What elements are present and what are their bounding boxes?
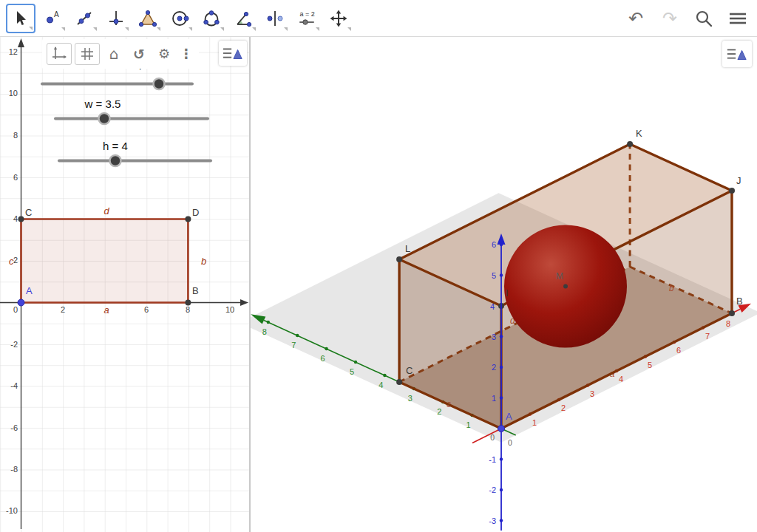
tool-dropdown-icon (252, 27, 256, 31)
home-icon: ⌂ (109, 47, 119, 61)
tool-line[interactable] (69, 4, 99, 33)
tool-move-view[interactable] (324, 4, 353, 33)
tool-dropdown-icon (29, 27, 33, 30)
settings-button[interactable]: ⚙ (153, 43, 175, 65)
tool-conic[interactable] (197, 4, 226, 33)
reset-view-icon: ↺ (133, 47, 145, 61)
slider-p-handle[interactable] (154, 78, 165, 89)
tool-dropdown-icon (347, 27, 351, 31)
side-label-c: c (9, 256, 14, 267)
main-toolbar: A (0, 0, 757, 37)
svg-text:-8: -8 (10, 465, 18, 474)
svg-text:8: 8 (186, 305, 190, 314)
side-label-d: d (103, 205, 109, 216)
point-label-A-3d: A (506, 411, 512, 422)
hamburger-menu-icon (728, 9, 747, 28)
point-C[interactable] (18, 216, 24, 222)
stylebar-toggle-3d[interactable] (722, 41, 752, 67)
home-button[interactable]: ⌂ (103, 43, 125, 65)
svg-text:4: 4 (619, 375, 623, 383)
svg-text:6: 6 (13, 173, 18, 182)
tool-dropdown-icon (220, 27, 224, 31)
slider-h-handle[interactable] (110, 155, 121, 166)
svg-text:6: 6 (492, 240, 496, 249)
search-button[interactable] (690, 5, 717, 32)
point-label-A: A (26, 285, 33, 296)
stylebar-toggle-icon (726, 45, 748, 63)
search-icon (694, 9, 713, 28)
tool-circle[interactable] (165, 4, 194, 33)
slider-w-handle[interactable] (99, 113, 110, 124)
tool-polygon[interactable] (133, 4, 163, 33)
rectangle-abdc[interactable] (21, 219, 189, 303)
point-label-M: M (556, 271, 563, 282)
svg-text:2: 2 (13, 256, 18, 265)
svg-text:-6: -6 (10, 423, 18, 432)
tool-dropdown-icon (316, 27, 319, 31)
kebab-icon: ⋮ (180, 47, 193, 61)
tool-perpendicular[interactable] (101, 4, 131, 33)
point-A-3d[interactable] (498, 426, 505, 432)
point-M[interactable] (563, 284, 568, 289)
graphics-2d-panel[interactable]: 0 2 6 8 10 12 10 8 6 4 2 -2 -4 -6 -8 -10 (0, 37, 249, 532)
slider-icon: a = 2 (297, 9, 316, 28)
svg-text:7: 7 (705, 332, 710, 341)
axes-icon (52, 47, 67, 61)
tool-slider[interactable]: a = 2 (292, 4, 322, 33)
reset-view-button[interactable]: ↺ (128, 43, 150, 65)
conic-icon (202, 9, 221, 28)
svg-text:2: 2 (561, 403, 566, 412)
redo-button[interactable]: ↷ (656, 5, 683, 32)
point-label-D: D (192, 207, 199, 218)
cursor-icon (11, 9, 30, 28)
tool-dropdown-icon (61, 27, 65, 31)
undo-button[interactable]: ↶ (622, 5, 649, 32)
reflect-icon (265, 9, 285, 28)
point-label-B-3d: B (736, 296, 743, 307)
grid-icon (81, 47, 94, 61)
point-label-K: K (636, 128, 642, 139)
graphics-3d-canvas[interactable]: 1 2 3 4 5 6 7 8 (251, 37, 757, 532)
origin-zero-x: 0 (508, 438, 512, 447)
svg-text:2: 2 (437, 407, 441, 416)
tool-angle[interactable] (228, 4, 258, 33)
origin-zero-z: 0 (490, 433, 495, 442)
svg-text:4: 4 (490, 302, 495, 311)
svg-text:5: 5 (648, 361, 652, 369)
svg-text:-1: -1 (489, 455, 496, 464)
svg-text:4: 4 (378, 381, 383, 389)
svg-text:8: 8 (262, 327, 267, 336)
point-A[interactable] (18, 299, 24, 306)
redo-icon: ↷ (662, 10, 677, 27)
svg-text:3: 3 (492, 332, 496, 341)
tool-dropdown-icon (157, 27, 160, 31)
point-label-J: J (736, 175, 741, 186)
stylebar-toggle-2d[interactable] (219, 41, 247, 66)
tool-point[interactable]: A (38, 4, 67, 33)
tool-move[interactable] (6, 4, 35, 33)
stylebar-2d: ⌂ ↺ ⚙ ⋮ (42, 39, 199, 69)
point-label-C: C (25, 207, 32, 218)
circle-icon (170, 9, 189, 28)
svg-text:1: 1 (466, 420, 471, 429)
tool-reflect[interactable] (260, 4, 290, 33)
move-view-icon (329, 9, 348, 28)
point-B[interactable] (185, 300, 191, 306)
graphics-3d-panel[interactable]: 1 2 3 4 5 6 7 8 (251, 37, 757, 532)
point-J (729, 188, 735, 194)
axes-toggle-button[interactable] (47, 43, 72, 65)
svg-text:5: 5 (492, 271, 496, 280)
menu-button[interactable] (724, 5, 751, 32)
graphics-2d-canvas[interactable]: 0 2 6 8 10 12 10 8 6 4 2 -2 -4 -6 -8 -10 (0, 37, 249, 532)
point-label-B: B (192, 285, 199, 296)
svg-text:6: 6 (676, 346, 681, 355)
svg-text:2: 2 (492, 363, 496, 372)
point-D[interactable] (185, 216, 191, 222)
svg-text:4: 4 (13, 214, 18, 223)
svg-text:10: 10 (225, 305, 234, 314)
geogebra-window: A (0, 0, 757, 532)
side-label-a: a (103, 304, 109, 316)
grid-toggle-button[interactable] (75, 43, 100, 65)
more-options-button[interactable]: ⋮ (178, 43, 194, 65)
slider-w-label: w = 3.5 (84, 98, 121, 110)
